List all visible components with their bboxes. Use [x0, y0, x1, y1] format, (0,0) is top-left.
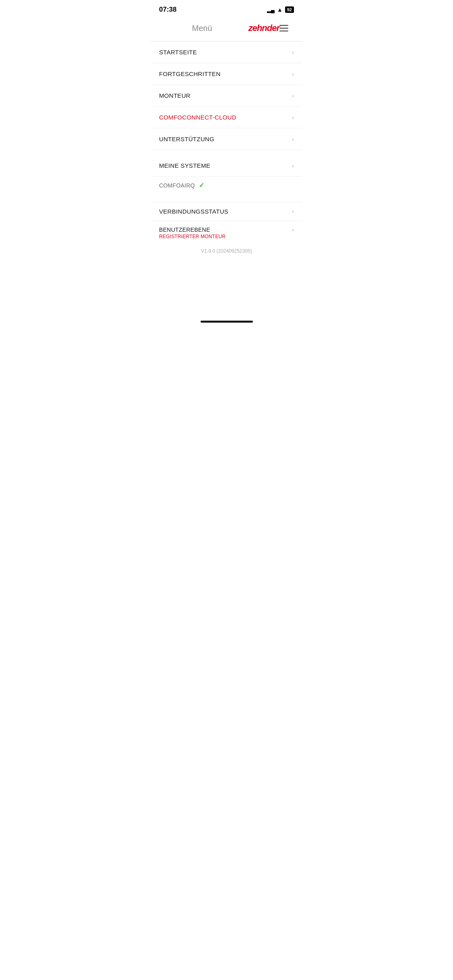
- signal-icon: ▂▄: [267, 7, 275, 13]
- menu-item-meine-systeme[interactable]: MEINE SYSTEME ›: [151, 155, 302, 177]
- menu-items-top: STARTSEITE › FORTGESCHRITTEN › MONTEUR ›…: [151, 41, 302, 194]
- menu-panel: STARTSEITE › FORTGESCHRITTEN › MONTEUR ›…: [151, 41, 302, 317]
- menu-label-fortgeschritten: FORTGESCHRITTEN: [159, 70, 221, 77]
- menu-label-benutzerebene: BENUTZEREBENE: [159, 226, 225, 233]
- menu-label-startseite: STARTSEITE: [159, 49, 197, 56]
- hamburger-line-2: [279, 28, 288, 29]
- chevron-startseite: ›: [292, 49, 294, 56]
- wifi-icon: ▲: [277, 6, 283, 13]
- chevron-fortgeschritten: ›: [292, 71, 294, 77]
- menu-bottom: VERBINDUNGSSTATUS › BENUTZEREBENE REGIST…: [151, 194, 302, 260]
- hamburger-line-1: [279, 25, 288, 26]
- status-time: 07:38: [159, 6, 176, 14]
- menu-item-unterstutzung[interactable]: UNTERSTÜTZUNG ›: [151, 128, 302, 150]
- menu-item-monteur[interactable]: MONTEUR ›: [151, 85, 302, 107]
- home-bar: [201, 321, 253, 323]
- zehnder-logo: zehnder: [248, 23, 279, 33]
- version-text: V1.9.0 (202409252305): [151, 245, 302, 260]
- check-mark-comfoairq: ✓: [199, 181, 204, 189]
- subsystem-comfoairq[interactable]: COMFOAIRQ ✓: [151, 177, 302, 194]
- menu-content: STARTSEITE › FORTGESCHRITTEN › MONTEUR ›…: [151, 41, 302, 260]
- menu-section-gap: [151, 150, 302, 155]
- status-icons: ▂▄ ▲ 92: [267, 6, 294, 13]
- header: Menü zehnder: [151, 17, 302, 41]
- subsystem-name-comfoairq: COMFOAIRQ: [159, 182, 195, 189]
- menu-item-benutzerebene[interactable]: BENUTZEREBENE REGISTRIERTER MONTEUR ›: [151, 220, 302, 245]
- menu-sublabel-benutzerebene: REGISTRIERTER MONTEUR: [159, 234, 225, 239]
- menu-label-verbindungsstatus: VERBINDUNGSSTATUS: [159, 208, 228, 215]
- menu-label-unterstutzung: UNTERSTÜTZUNG: [159, 136, 214, 142]
- chevron-unterstutzung: ›: [292, 136, 294, 142]
- battery-indicator: 92: [285, 6, 294, 13]
- hamburger-button[interactable]: [279, 21, 294, 35]
- status-bar: 07:38 ▂▄ ▲ 92: [151, 0, 302, 17]
- hamburger-line-3: [279, 31, 288, 31]
- menu-item-fortgeschritten[interactable]: FORTGESCHRITTEN ›: [151, 63, 302, 85]
- menu-label-meine-systeme: MEINE SYSTEME: [159, 162, 210, 169]
- menu-item-startseite[interactable]: STARTSEITE ›: [151, 41, 302, 63]
- chevron-comfoconnect: ›: [292, 114, 294, 121]
- home-indicator: [151, 317, 302, 327]
- chevron-verbindungsstatus: ›: [292, 208, 294, 214]
- chevron-meine-systeme: ›: [292, 163, 294, 169]
- menu-item-comfoconnect-cloud[interactable]: COMFOCONNECT-CLOUD ›: [151, 107, 302, 128]
- benutzerebene-label-group: BENUTZEREBENE REGISTRIERTER MONTEUR: [159, 226, 225, 239]
- menu-label-comfoconnect-cloud: COMFOCONNECT-CLOUD: [159, 114, 236, 121]
- chevron-benutzerebene: ›: [292, 226, 294, 233]
- header-title: Menü: [159, 24, 245, 33]
- menu-label-monteur: MONTEUR: [159, 92, 190, 99]
- menu-item-verbindungsstatus[interactable]: VERBINDUNGSSTATUS ›: [151, 202, 302, 220]
- chevron-monteur: ›: [292, 93, 294, 99]
